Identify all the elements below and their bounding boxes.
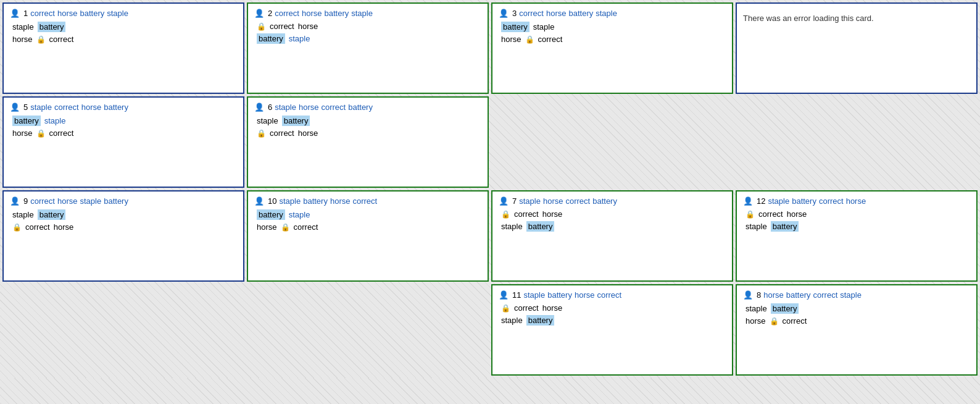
header-word: correct: [813, 290, 838, 300]
body-row: batterystaple: [501, 22, 726, 32]
header-word: battery: [792, 196, 816, 206]
person-icon: 👤: [499, 290, 509, 300]
word-plain: correct: [270, 128, 294, 138]
body-row: 🔒correcthorse: [257, 22, 481, 31]
word-plain: horse: [542, 209, 563, 219]
header-word: correct: [30, 9, 55, 18]
word-plain: horse: [542, 303, 563, 313]
word-highlight: battery: [526, 315, 555, 326]
word-plain: staple: [533, 22, 555, 32]
word-plain: staple: [12, 210, 34, 219]
word-plain: correct: [270, 22, 294, 31]
header-word: staple: [107, 9, 128, 18]
card-grid: 👤1correcthorsebatterystaplestaplebattery…: [2, 2, 978, 376]
body-row: staplebattery: [745, 303, 970, 314]
word-plain: horse: [12, 128, 33, 138]
card-11[interactable]: 👤11staplebatteryhorsecorrect🔒correcthors…: [491, 284, 733, 376]
word-plain: correct: [514, 209, 539, 219]
lock-icon: 🔒: [770, 317, 779, 326]
card-error[interactable]: There was an error loading this card.: [736, 2, 978, 94]
person-icon: 👤: [499, 9, 509, 18]
header-word: battery: [325, 9, 349, 18]
error-text: There was an error loading this card.: [743, 9, 970, 28]
body-row: staplebattery: [12, 22, 237, 32]
header-word: battery: [104, 103, 128, 112]
body-row: staplebattery: [745, 221, 970, 232]
header-word: battery: [786, 290, 811, 300]
body-row: 🔒correcthorse: [501, 209, 726, 219]
word-plain: horse: [501, 35, 521, 44]
person-icon: 👤: [743, 290, 753, 300]
card-header: 👤8horsebatterycorrectstaple: [743, 290, 970, 300]
word-plain: horse: [298, 128, 318, 138]
card-7[interactable]: 👤7staplehorsecorrectbattery🔒correcthorse…: [491, 190, 733, 282]
lock-icon: 🔒: [36, 129, 46, 138]
body-row: staplebattery: [12, 209, 237, 220]
card-1[interactable]: 👤1correcthorsebatterystaplestaplebattery…: [2, 2, 244, 94]
word-highlight: battery: [771, 303, 799, 314]
person-icon: 👤: [254, 196, 264, 206]
person-icon: 👤: [10, 9, 20, 18]
word-highlight: battery: [12, 116, 41, 126]
card-2[interactable]: 👤2correcthorsebatterystaple🔒correcthorse…: [247, 2, 489, 94]
person-icon: 👤: [254, 103, 264, 112]
header-word: horse: [330, 196, 351, 206]
card-header: 👤10staplebatteryhorsecorrect: [254, 196, 481, 206]
card-9[interactable]: 👤9correcthorsestaplebatterystaplebattery…: [2, 190, 244, 282]
lock-icon: 🔒: [501, 304, 510, 313]
body-row: horse🔒correct: [12, 128, 237, 138]
word-plain: correct: [758, 209, 783, 219]
card-number: 12: [757, 196, 765, 206]
word-plain: horse: [745, 316, 766, 326]
card-body: staplebatteryhorse🔒correct: [10, 22, 237, 44]
word-highlight: battery: [526, 221, 555, 232]
card-10[interactable]: 👤10staplebatteryhorsecorrectbatterystapl…: [247, 190, 489, 282]
body-row: batterystaple: [257, 209, 481, 220]
card-body: 🔒correcthorsestaplebattery: [499, 303, 726, 326]
word-highlight: battery: [771, 221, 799, 232]
header-word: horse: [575, 290, 595, 300]
word-plain: correct: [514, 303, 539, 313]
body-row: horse🔒correct: [257, 222, 481, 232]
lock-icon: 🔒: [36, 35, 46, 44]
body-row: 🔒correcthorse: [745, 209, 970, 219]
person-icon: 👤: [499, 196, 509, 206]
body-row: horse🔒correct: [12, 35, 237, 44]
header-word: correct: [519, 9, 544, 18]
word-blue: staple: [289, 210, 310, 219]
card-header: 👤2correcthorsebatterystaple: [254, 9, 481, 18]
header-word: battery: [80, 9, 105, 18]
lock-icon: 🔒: [501, 210, 510, 219]
card-header: 👤9correcthorsestaplebattery: [10, 196, 237, 206]
body-row: staplebattery: [501, 221, 726, 232]
body-row: batterystaple: [12, 116, 237, 126]
header-word: staple: [523, 290, 545, 300]
card-3[interactable]: 👤3correcthorsebatterystaplebatterystaple…: [491, 2, 733, 94]
word-blue: staple: [289, 34, 310, 43]
card-12[interactable]: 👤12staplebatterycorrecthorse🔒correcthors…: [736, 190, 978, 282]
card-8[interactable]: 👤8horsebatterycorrectstaplestaplebattery…: [736, 284, 978, 376]
lock-icon: 🔒: [257, 22, 266, 31]
lock-icon: 🔒: [745, 210, 755, 219]
header-word: horse: [763, 290, 784, 300]
card-6[interactable]: 👤6staplehorsecorrectbatterystaplebattery…: [247, 96, 489, 188]
header-word: horse: [546, 9, 567, 18]
word-highlight: battery: [501, 22, 529, 32]
word-plain: horse: [298, 22, 318, 31]
card-header: 👤3correcthorsebatterystaple: [499, 9, 726, 18]
card-body: batterystaplehorse🔒correct: [254, 209, 481, 232]
word-highlight: battery: [257, 209, 285, 220]
word-plain: horse: [787, 209, 807, 219]
header-word: horse: [543, 196, 563, 206]
card-header: 👤5staplecorrecthorsebattery: [10, 103, 237, 112]
body-row: staplebattery: [257, 116, 481, 126]
card-body: 🔒correcthorsestaplebattery: [743, 209, 970, 232]
word-plain: correct: [49, 128, 74, 138]
word-plain: correct: [25, 222, 50, 232]
word-plain: horse: [257, 222, 277, 232]
header-word: battery: [547, 290, 572, 300]
card-5[interactable]: 👤5staplecorrecthorsebatterybatterystaple…: [2, 96, 244, 188]
card-body: 🔒correcthorsestaplebattery: [499, 209, 726, 232]
card-body: batterystaplehorse🔒correct: [499, 22, 726, 44]
lock-icon: 🔒: [281, 223, 290, 232]
